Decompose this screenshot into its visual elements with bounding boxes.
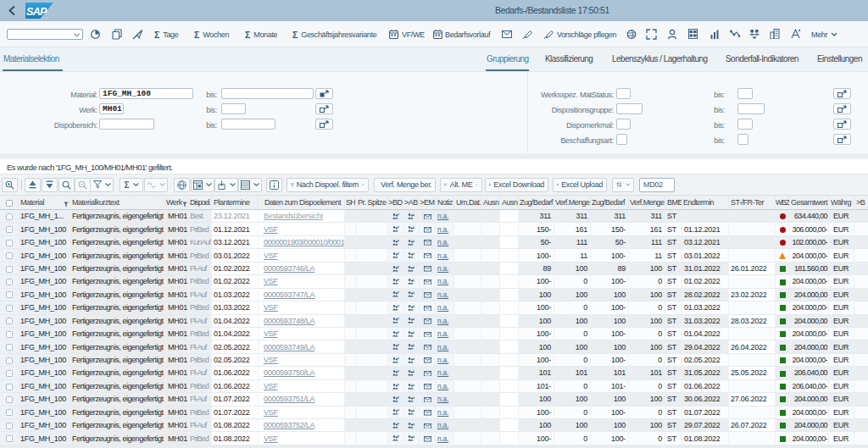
svg-text:SAP: SAP (26, 6, 47, 18)
